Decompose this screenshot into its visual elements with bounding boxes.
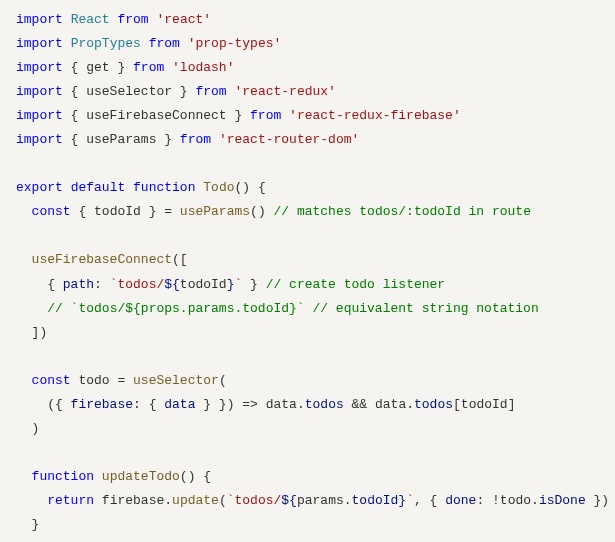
code-token — [125, 180, 133, 195]
code-token: import — [16, 36, 63, 51]
code-token — [141, 36, 149, 51]
code-line: ]) — [16, 321, 599, 345]
code-token — [16, 301, 47, 316]
code-token: path — [63, 277, 94, 292]
code-token: data — [375, 397, 406, 412]
code-token — [16, 252, 32, 267]
code-line — [16, 152, 599, 176]
code-token: , { — [414, 493, 445, 508]
code-token: default — [71, 180, 126, 195]
code-token: { — [63, 60, 86, 75]
code-token: from — [149, 36, 180, 51]
code-token: ) — [16, 421, 39, 436]
code-token: ( — [219, 493, 227, 508]
code-token: function — [32, 469, 94, 484]
code-token: useSelector — [133, 373, 219, 388]
code-token: useParams — [86, 132, 156, 147]
code-token: . — [406, 397, 414, 412]
code-token: useFirebaseConnect — [32, 252, 172, 267]
code-token: import — [16, 12, 63, 27]
code-line — [16, 441, 599, 465]
code-token: 'react-redux-firebase' — [289, 108, 461, 123]
code-token — [211, 132, 219, 147]
code-token — [367, 397, 375, 412]
code-line: { path: `todos/${todoId}` } // create to… — [16, 273, 599, 297]
code-token: ( — [219, 373, 227, 388]
code-token: todos — [414, 397, 453, 412]
code-token: ({ — [16, 397, 71, 412]
code-token — [281, 108, 289, 123]
code-token — [16, 469, 32, 484]
code-token: function — [133, 180, 195, 195]
code-token: todoId — [180, 277, 227, 292]
code-token: from — [250, 108, 281, 123]
code-token: { — [71, 204, 94, 219]
code-token: `todos/ — [110, 277, 165, 292]
code-token — [164, 60, 172, 75]
code-line: function updateTodo() { — [16, 465, 599, 489]
code-token: = — [110, 373, 133, 388]
code-token: ] — [508, 397, 516, 412]
code-line: ) — [16, 417, 599, 441]
code-token: } — [16, 517, 39, 532]
code-token — [180, 36, 188, 51]
code-token: () — [250, 204, 273, 219]
code-token: ${ — [164, 277, 180, 292]
code-token: 'prop-types' — [188, 36, 282, 51]
code-token: // matches todos/:todoId in route — [273, 204, 530, 219]
code-line — [16, 224, 599, 248]
code-token: export — [16, 180, 63, 195]
code-token: 'react' — [156, 12, 211, 27]
code-token: PropTypes — [71, 36, 141, 51]
code-token: todoId — [94, 204, 141, 219]
code-token: isDone — [539, 493, 586, 508]
code-block: import React from 'react'import PropType… — [0, 0, 615, 542]
code-token: from — [117, 12, 148, 27]
code-line: useFirebaseConnect([ — [16, 248, 599, 272]
code-token: ([ — [172, 252, 188, 267]
code-token — [16, 493, 47, 508]
code-token: 'lodash' — [172, 60, 234, 75]
code-token: } — [398, 493, 406, 508]
code-token: : — [94, 277, 110, 292]
code-token: } = — [141, 204, 180, 219]
code-token: { — [63, 108, 86, 123]
code-token: updateTodo — [102, 469, 180, 484]
code-line: } — [16, 513, 599, 537]
code-token: Todo — [203, 180, 234, 195]
code-token: import — [16, 84, 63, 99]
code-line: import PropTypes from 'prop-types' — [16, 32, 599, 56]
code-token: import — [16, 60, 63, 75]
code-token — [63, 12, 71, 27]
code-token: : — [476, 493, 492, 508]
code-token: React — [71, 12, 110, 27]
code-token: useSelector — [86, 84, 172, 99]
code-token: `todos/ — [227, 493, 282, 508]
code-token: } — [242, 277, 265, 292]
code-token: done — [445, 493, 476, 508]
code-token: from — [195, 84, 226, 99]
code-token — [94, 493, 102, 508]
code-line: import { get } from 'lodash' — [16, 56, 599, 80]
code-token: . — [344, 493, 352, 508]
code-token: firebase — [71, 397, 133, 412]
code-line: ({ firebase: { data } }) => data.todos &… — [16, 393, 599, 417]
code-token — [16, 373, 32, 388]
code-token: from — [133, 60, 164, 75]
code-token: } — [110, 60, 133, 75]
code-line: const { todoId } = useParams() // matche… — [16, 200, 599, 224]
code-token: return — [47, 493, 94, 508]
code-token: ! — [492, 493, 500, 508]
code-token: import — [16, 132, 63, 147]
code-token: ` — [406, 493, 414, 508]
code-token: { — [63, 132, 86, 147]
code-token: . — [297, 397, 305, 412]
code-token: update — [172, 493, 219, 508]
code-token: . — [531, 493, 539, 508]
code-token: : { — [133, 397, 164, 412]
code-token: data — [164, 397, 195, 412]
code-token: const — [32, 204, 71, 219]
code-token: get — [86, 60, 109, 75]
code-token: todo — [500, 493, 531, 508]
code-token: firebase — [102, 493, 164, 508]
